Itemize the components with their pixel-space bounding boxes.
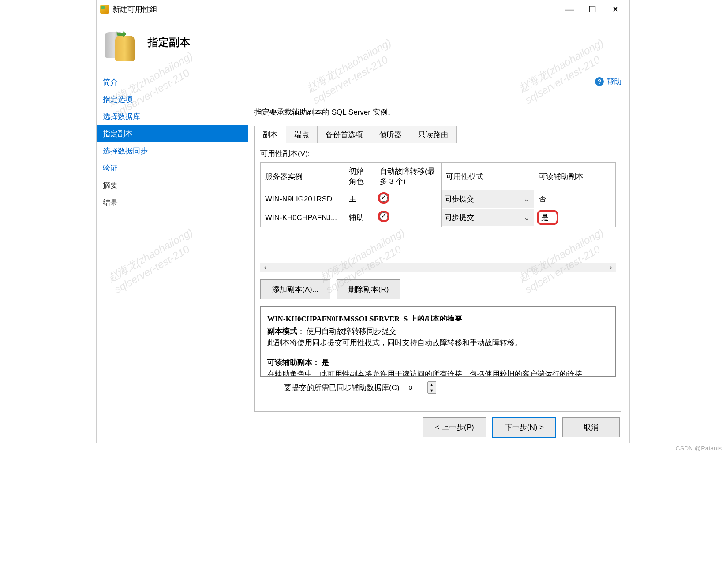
wizard-icon: ➥ bbox=[103, 26, 135, 59]
replicas-table: 服务器实例 初始角色 自动故障转移(最多 3 个) 可用性模式 可读辅助副本 W… bbox=[260, 162, 616, 227]
info-read-desc: 在辅助角色中，此可用性副本将允许用于读访问的所有连接，包括使用较旧的客户端运行的… bbox=[267, 368, 606, 377]
sidebar: 简介 指定选项 选择数据库 指定副本 选择数据同步 验证 摘要 结果 bbox=[97, 67, 248, 412]
remove-replica-button[interactable]: 删除副本(R) bbox=[337, 279, 401, 299]
commit-count-input[interactable] bbox=[406, 382, 428, 393]
page-title: 指定副本 bbox=[148, 35, 190, 49]
sidebar-item-intro[interactable]: 简介 bbox=[97, 74, 248, 91]
spin-down-icon[interactable]: ▼ bbox=[428, 387, 436, 393]
header: ➥ 指定副本 bbox=[97, 18, 629, 67]
auto-failover-checkbox[interactable] bbox=[380, 194, 388, 202]
sidebar-item-result[interactable]: 结果 bbox=[97, 194, 248, 211]
minimize-button[interactable]: — bbox=[564, 4, 575, 15]
info-read-label: 可读辅助副本： 是 bbox=[267, 358, 329, 367]
scroll-right-icon[interactable]: › bbox=[606, 263, 616, 272]
sidebar-item-select-db[interactable]: 选择数据库 bbox=[97, 108, 248, 125]
cell-role: 主 bbox=[344, 190, 375, 208]
tab-endpoints[interactable]: 端点 bbox=[286, 126, 318, 143]
commit-label: 要提交的所需已同步辅助数据库(C) bbox=[284, 383, 400, 393]
next-button[interactable]: 下一步(N) > bbox=[492, 417, 556, 438]
sidebar-item-options[interactable]: 指定选项 bbox=[97, 91, 248, 108]
spin-up-icon[interactable]: ▲ bbox=[428, 382, 436, 387]
info-header: WIN-KH0CHPAFN0H\MSSQLSERVER_S 上的副本的摘要 bbox=[267, 313, 606, 321]
titlebar: 新建可用性组 — ☐ ✕ bbox=[97, 0, 629, 18]
close-button[interactable]: ✕ bbox=[610, 4, 621, 15]
help-icon: ? bbox=[595, 77, 604, 86]
footer: < 上一步(P) 下一步(N) > 取消 bbox=[97, 412, 629, 443]
cell-role: 辅助 bbox=[344, 208, 375, 227]
col-auto-failover: 自动故障转移(最多 3 个) bbox=[375, 163, 442, 190]
cancel-button[interactable]: 取消 bbox=[562, 417, 620, 437]
attribution: CSDN @Patanis bbox=[0, 443, 726, 454]
col-server: 服务器实例 bbox=[261, 163, 344, 190]
info-mode-desc: 此副本将使用同步提交可用性模式，同时支持自动故障转移和手动故障转移。 bbox=[267, 337, 606, 349]
col-mode: 可用性模式 bbox=[442, 163, 534, 190]
info-panel: WIN-KH0CHPAFN0H\MSSQLSERVER_S 上的副本的摘要 副本… bbox=[260, 306, 616, 377]
tab-listener[interactable]: 侦听器 bbox=[371, 126, 410, 143]
sidebar-item-validate[interactable]: 验证 bbox=[97, 160, 248, 177]
sidebar-item-summary[interactable]: 摘要 bbox=[97, 177, 248, 194]
tab-replicas[interactable]: 副本 bbox=[254, 126, 286, 143]
instruction-text: 指定要承载辅助副本的 SQL Server 实例。 bbox=[254, 107, 621, 117]
table-row[interactable]: WIN-KH0CHPAFNJ... 辅助 同步提交⌄ 是 bbox=[261, 208, 616, 227]
horizontal-scrollbar[interactable]: ‹ › bbox=[260, 263, 616, 272]
col-readable: 可读辅助副本 bbox=[534, 163, 616, 190]
tab-backup-prefs[interactable]: 备份首选项 bbox=[317, 126, 371, 143]
mode-select[interactable]: 同步提交 bbox=[444, 194, 522, 204]
maximize-button[interactable]: ☐ bbox=[587, 4, 598, 15]
app-icon bbox=[100, 5, 109, 14]
cell-readable[interactable]: 否 bbox=[534, 190, 616, 208]
cell-readable[interactable]: 是 bbox=[539, 212, 557, 223]
mode-select[interactable]: 同步提交 bbox=[444, 212, 522, 223]
scroll-left-icon[interactable]: ‹ bbox=[260, 263, 270, 272]
table-row[interactable]: WIN-N9LIG201RSD... 主 同步提交⌄ 否 bbox=[261, 190, 616, 208]
add-replica-button[interactable]: 添加副本(A)... bbox=[260, 279, 330, 299]
prev-button[interactable]: < 上一步(P) bbox=[423, 417, 486, 437]
tab-readonly-routing[interactable]: 只读路由 bbox=[410, 126, 457, 143]
chevron-down-icon[interactable]: ⌄ bbox=[522, 213, 531, 222]
sidebar-item-replicas[interactable]: 指定副本 bbox=[97, 125, 248, 142]
cell-server: WIN-KH0CHPAFNJ... bbox=[261, 208, 344, 227]
help-link[interactable]: ? 帮助 bbox=[595, 77, 621, 87]
col-role: 初始角色 bbox=[344, 163, 375, 190]
sidebar-item-data-sync[interactable]: 选择数据同步 bbox=[97, 142, 248, 160]
chevron-down-icon[interactable]: ⌄ bbox=[522, 194, 531, 204]
cell-server: WIN-N9LIG201RSD... bbox=[261, 190, 344, 208]
auto-failover-checkbox[interactable] bbox=[380, 212, 388, 220]
section-label: 可用性副本(V): bbox=[260, 149, 616, 159]
tabs: 副本 端点 备份首选项 侦听器 只读路由 bbox=[254, 125, 621, 143]
help-label: 帮助 bbox=[606, 77, 621, 87]
window-title: 新建可用性组 bbox=[112, 4, 564, 15]
